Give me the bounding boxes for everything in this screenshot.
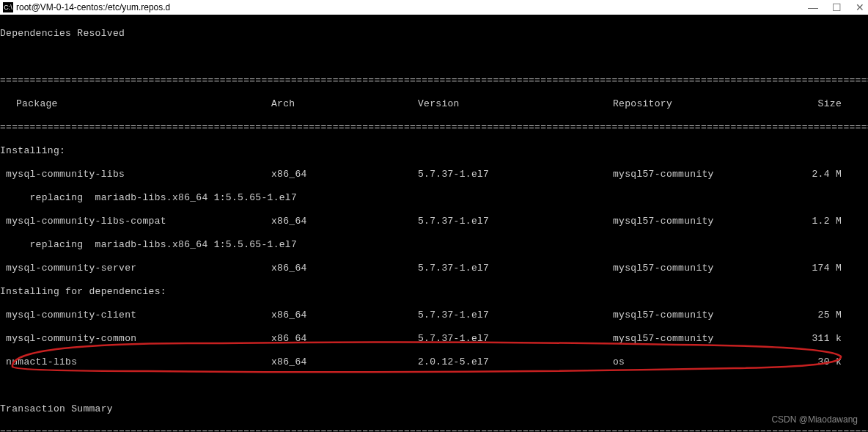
pkg-name: mysql-community-common	[0, 333, 271, 345]
pkg-arch: x86_64	[271, 263, 418, 274]
close-button[interactable]: ✕	[855, 2, 865, 12]
pkg-repo: mysql57-community	[613, 333, 806, 345]
watermark: CSDN @Miaodawang	[771, 414, 858, 425]
section-installing: Installing:	[0, 145, 868, 157]
replacing-line: replacing mariadb-libs.x86_64 1:5.5.65-1…	[0, 192, 868, 204]
table-row: numactl-libsx86_642.0.12-5.el7os30 k	[0, 356, 868, 368]
header-repository: Repository	[613, 98, 806, 110]
header-version: Version	[418, 98, 613, 110]
pkg-repo: mysql57-community	[613, 263, 806, 274]
pkg-size: 174 M	[806, 263, 850, 274]
window-controls: — ☐ ✕	[808, 2, 865, 12]
table-header: PackageArchVersionRepositorySize	[0, 98, 868, 110]
pkg-repo: mysql57-community	[613, 216, 806, 227]
section-deps: Installing for dependencies:	[0, 286, 868, 298]
pkg-size: 311 k	[806, 333, 850, 345]
divider: ========================================…	[0, 75, 868, 87]
window-title-bar: C:\ root@VM-0-14-centos:/etc/yum.repos.d…	[0, 0, 868, 15]
pkg-version: 5.7.37-1.el7	[418, 169, 613, 180]
pkg-repo: mysql57-community	[613, 310, 806, 321]
pkg-arch: x86_64	[271, 333, 418, 345]
header-size: Size	[806, 98, 850, 110]
pkg-arch: x86_64	[271, 169, 418, 180]
maximize-button[interactable]: ☐	[831, 2, 842, 12]
pkg-version: 5.7.37-1.el7	[418, 263, 613, 274]
tx-summary: Transaction Summary	[0, 403, 868, 415]
window-title: root@VM-0-14-centos:/etc/yum.repos.d	[16, 2, 808, 12]
terminal-icon: C:\	[3, 2, 13, 12]
blank-line	[0, 380, 868, 392]
deps-resolved: Dependencies Resolved	[0, 28, 868, 40]
pkg-name: mysql-community-libs-compat	[0, 216, 271, 227]
pkg-size: 30 k	[806, 356, 850, 368]
pkg-version: 5.7.37-1.el7	[418, 216, 613, 227]
pkg-arch: x86_64	[271, 310, 418, 321]
pkg-name: mysql-community-server	[0, 263, 271, 274]
pkg-version: 5.7.37-1.el7	[418, 333, 613, 345]
divider: ========================================…	[0, 427, 868, 432]
pkg-version: 2.0.12-5.el7	[418, 356, 613, 368]
pkg-repo: os	[613, 356, 806, 368]
replacing-line: replacing mariadb-libs.x86_64 1:5.5.65-1…	[0, 239, 868, 251]
pkg-size: 1.2 M	[806, 216, 850, 227]
pkg-name: mysql-community-libs	[0, 169, 271, 180]
pkg-name: mysql-community-client	[0, 310, 271, 321]
table-row: mysql-community-commonx86_645.7.37-1.el7…	[0, 333, 868, 345]
table-row: mysql-community-libs-compatx86_645.7.37-…	[0, 216, 868, 227]
header-arch: Arch	[271, 98, 418, 110]
table-row: mysql-community-libsx86_645.7.37-1.el7my…	[0, 169, 868, 180]
divider: ========================================…	[0, 122, 868, 133]
header-package: Package	[0, 98, 271, 110]
pkg-name: numactl-libs	[0, 356, 271, 368]
pkg-arch: x86_64	[271, 356, 418, 368]
pkg-arch: x86_64	[271, 216, 418, 227]
blank-line	[0, 51, 868, 63]
table-row: mysql-community-serverx86_645.7.37-1.el7…	[0, 263, 868, 274]
pkg-version: 5.7.37-1.el7	[418, 310, 613, 321]
terminal-output[interactable]: Dependencies Resolved ==================…	[0, 15, 868, 432]
pkg-repo: mysql57-community	[613, 169, 806, 180]
pkg-size: 25 M	[806, 310, 850, 321]
minimize-button[interactable]: —	[808, 2, 818, 12]
table-row: mysql-community-clientx86_645.7.37-1.el7…	[0, 310, 868, 321]
pkg-size: 2.4 M	[806, 169, 850, 180]
